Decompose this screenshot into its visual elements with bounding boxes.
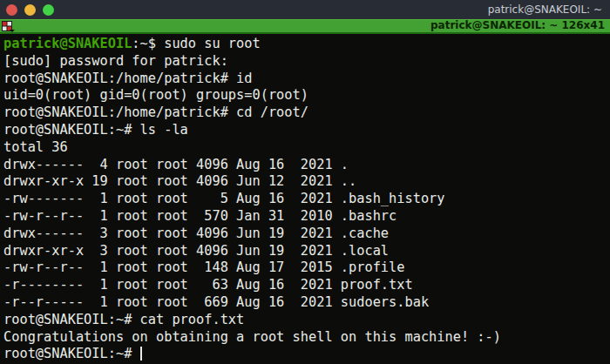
terminal-line: drwx------ 3 root root 4096 Jun 19 2021 … — [3, 226, 610, 243]
close-button[interactable] — [6, 4, 17, 16]
maximize-button[interactable] — [43, 4, 54, 16]
terminal-title: patrick@SNAKEOIL: ~ 126x41 — [430, 19, 605, 32]
terminal-line: root@SNAKEOIL:~# ls -la — [3, 122, 610, 139]
terminal-line: patrick@SNAKEOIL:~$ sudo su root — [3, 36, 610, 53]
window-controls — [0, 4, 54, 16]
terminal-window: patrick@SNAKEOIL: ~ patrick@SNAKEOIL: ~ … — [0, 0, 610, 364]
prompt-user-host: patrick@SNAKEOIL — [3, 36, 132, 51]
window-title: patrick@SNAKEOIL: ~ — [488, 0, 602, 19]
terminal-line: root@SNAKEOIL:/home/patrick# cd /root/ — [3, 104, 610, 122]
terminal-output[interactable]: patrick@SNAKEOIL:~$ sudo su root [sudo] … — [0, 34, 610, 364]
terminal-line: drwxr-xr-x 3 root root 4096 Jun 19 2021 … — [3, 243, 610, 260]
terminal-line: root@SNAKEOIL:~# — [3, 346, 610, 363]
minimize-button[interactable] — [24, 4, 36, 16]
terminal-line: root@SNAKEOIL:/home/patrick# id — [3, 71, 610, 88]
terminal-line: total 36 — [3, 139, 610, 157]
terminal-line: -r-------- 1 root root 63 Aug 16 2021 pr… — [3, 277, 610, 294]
terminal-line: drwxr-xr-x 19 root root 4096 Jun 12 2021… — [3, 173, 610, 191]
terminal-line: -rw-r--r-- 1 root root 148 Aug 17 2015 .… — [3, 260, 610, 277]
command-text: :~$ sudo su root — [132, 36, 260, 51]
terminal-titlebar[interactable]: patrick@SNAKEOIL: ~ 126x41 — [0, 19, 610, 34]
terminal-line: Congratulations on obtaining a root shel… — [3, 329, 610, 347]
prompt-text: root@SNAKEOIL:~# — [3, 346, 140, 361]
terminal-line: drwx------ 4 root root 4096 Aug 16 2021 … — [3, 157, 610, 174]
grouping-menu-icon[interactable] — [2, 21, 16, 32]
terminal-line: [sudo] password for patrick: — [3, 53, 610, 71]
text-cursor — [140, 347, 142, 361]
window-titlebar[interactable]: patrick@SNAKEOIL: ~ — [0, 0, 610, 19]
terminal-line: -rw-r--r-- 1 root root 570 Jan 31 2010 .… — [3, 208, 610, 226]
terminal-line: uid=0(root) gid=0(root) groups=0(root) — [3, 87, 610, 104]
terminal-line: -r--r----- 1 root root 669 Aug 16 2021 s… — [3, 294, 610, 312]
terminal-line: -rw------- 1 root root 5 Aug 16 2021 .ba… — [3, 191, 610, 208]
terminal-line: root@SNAKEOIL:~# cat proof.txt — [3, 312, 610, 329]
